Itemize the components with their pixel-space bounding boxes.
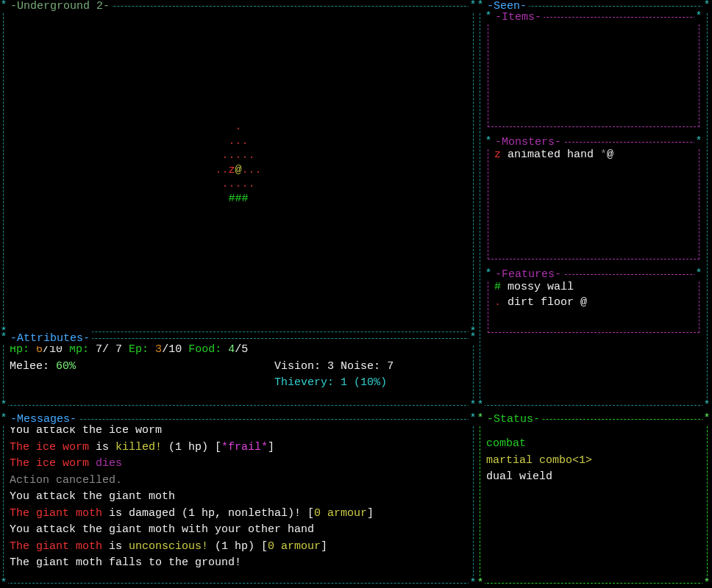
attributes-body: Hp: 6/10 Mp: 7/ 7 Ep: 3/10 Food: 4/5 Mel… xyxy=(10,342,467,392)
corner-star-icon: * xyxy=(0,0,8,12)
monsters-panel: -Monsters- * * z animated hand *@ xyxy=(488,142,699,259)
map-row: . xyxy=(10,120,467,135)
corner-star-icon: * xyxy=(702,0,711,12)
items-title: -Items- xyxy=(493,10,544,25)
corner-star-icon: * xyxy=(476,413,485,425)
message-line: The ice worm dies xyxy=(10,456,467,473)
corner-star-icon: * xyxy=(0,400,8,412)
corner-star-icon: * xyxy=(0,413,8,425)
messages-list: You attack the ice wormThe ice worm is k… xyxy=(10,423,467,572)
corner-star-icon: * xyxy=(0,332,8,344)
message-line: The giant moth is damaged (1 hp, nonleth… xyxy=(10,506,467,523)
map-row: ... xyxy=(10,135,467,149)
corner-star-icon: * xyxy=(484,268,493,280)
features-panel: -Features- * * # mossy wall. dirt floor … xyxy=(488,274,699,333)
feature-entry: . dirt floor @ xyxy=(494,295,693,310)
features-title: -Features- xyxy=(493,267,563,282)
status-line: dual wield xyxy=(486,469,701,486)
corner-star-icon: * xyxy=(469,332,477,344)
message-line: The giant moth is unconscious! (1 hp) [0… xyxy=(10,539,467,556)
corner-star-icon: * xyxy=(694,136,703,148)
messages-title: -Messages- xyxy=(8,412,79,427)
status-title: -Status- xyxy=(485,412,542,427)
corner-star-icon: * xyxy=(702,400,711,412)
message-line: You attack the giant moth with your othe… xyxy=(10,522,467,539)
map-title: -Underground 2- xyxy=(8,0,112,14)
message-line: Action cancelled. xyxy=(10,473,467,490)
map-row: ..z@... xyxy=(10,163,467,178)
status-list: combatmartial combo<1>dual wield xyxy=(486,423,701,486)
map-panel[interactable]: -Underground 2- * * * * ...........z@...… xyxy=(3,6,474,332)
attributes-title: -Attributes- xyxy=(8,331,92,346)
map-row: ..... xyxy=(10,148,467,163)
map-row: ### xyxy=(10,192,467,207)
message-line: You attack the giant moth xyxy=(10,489,467,506)
corner-star-icon: * xyxy=(694,11,703,23)
monsters-title: -Monsters- xyxy=(493,135,563,150)
corner-star-icon: * xyxy=(484,136,493,148)
map-row: ..... xyxy=(10,177,467,192)
corner-star-icon: * xyxy=(476,578,485,588)
corner-star-icon: * xyxy=(702,578,711,588)
message-line: The ice worm is killed! (1 hp) [*frail*] xyxy=(10,440,467,456)
corner-star-icon: * xyxy=(476,0,485,12)
corner-star-icon: * xyxy=(702,413,711,425)
seen-panel: -Seen- * * * * -Items- * * -Monsters- * … xyxy=(480,6,708,406)
items-panel: -Items- * * xyxy=(488,17,699,127)
attributes-panel: -Attributes- * * * * Hp: 6/10 Mp: 7/ 7 E… xyxy=(3,338,474,406)
features-list: # mossy wall. dirt floor @ xyxy=(494,279,693,310)
status-line: martial combo<1> xyxy=(486,453,701,470)
corner-star-icon: * xyxy=(484,11,493,23)
status-line: combat xyxy=(486,436,701,453)
corner-star-icon: * xyxy=(0,578,8,588)
map-grid: ...........z@........### xyxy=(10,120,467,206)
messages-panel: -Messages- * * * * You attack the ice wo… xyxy=(3,419,474,584)
corner-star-icon: * xyxy=(694,268,703,280)
corner-star-icon: * xyxy=(469,400,477,412)
message-line: The giant moth falls to the ground! xyxy=(10,555,467,572)
status-panel: -Status- * * * * combatmartial combo<1>d… xyxy=(480,419,708,584)
